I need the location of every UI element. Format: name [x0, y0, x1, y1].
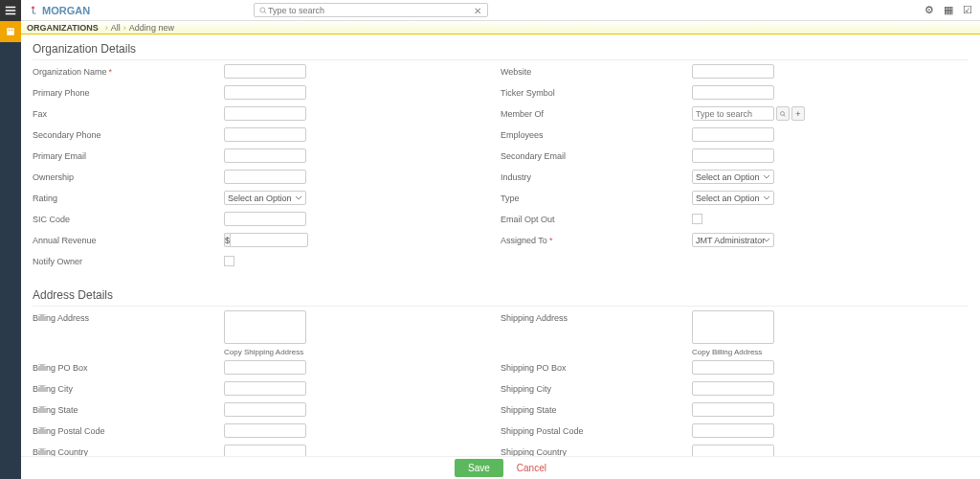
svg-point-0: [32, 6, 34, 9]
global-search[interactable]: ✕: [254, 3, 488, 17]
search-icon: [258, 6, 268, 15]
settings-icon[interactable]: ⚙: [924, 4, 934, 16]
calendar-icon[interactable]: ▦: [944, 4, 953, 16]
brand-logo: MORGAN: [29, 5, 90, 16]
menu-button[interactable]: [0, 0, 21, 21]
clear-icon[interactable]: ✕: [474, 6, 483, 15]
tasks-icon[interactable]: ☑: [963, 4, 972, 16]
search-input[interactable]: [268, 6, 474, 15]
svg-point-1: [260, 7, 265, 11]
